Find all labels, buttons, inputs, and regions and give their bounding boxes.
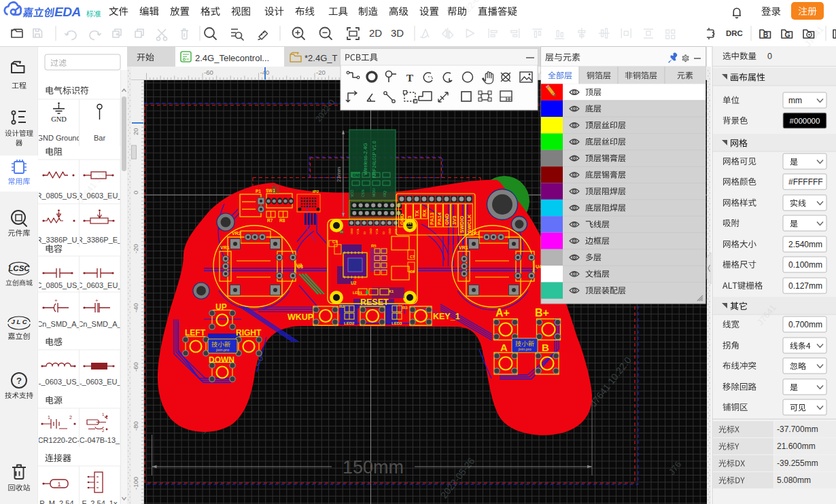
svg-text:C7: C7 [410, 255, 415, 259]
svg-text:KEY_1: KEY_1 [433, 312, 460, 321]
svg-text:CSN: CSN [361, 190, 365, 197]
svg-text:GND: GND [369, 228, 372, 234]
svg-text:B: B [542, 342, 549, 353]
svg-text:Bar: Bar [94, 134, 105, 142]
svg-text:GND: GND [399, 213, 405, 225]
svg-text:SW1: SW1 [266, 188, 275, 193]
svg-text:WKUP: WKUP [288, 312, 313, 322]
svg-text:-40: -40 [132, 303, 139, 312]
svg-text:A: A [500, 342, 508, 353]
svg-text:P1: P1 [256, 189, 261, 194]
svg-text:GND: GND [51, 115, 67, 123]
svg-text:-37.700mm: -37.700mm [777, 425, 818, 434]
svg-text:?: ? [16, 376, 22, 386]
svg-text:C_0805_US_: C_0805_US_ [36, 281, 82, 289]
svg-text:LCSC: LCSC [8, 264, 30, 272]
svg-text:3D: 3D [391, 27, 404, 39]
svg-text:0: 0 [132, 191, 139, 194]
svg-text:F_2.54_1x: F_2.54_1x [82, 499, 118, 504]
svg-text:-60: -60 [204, 69, 213, 76]
svg-text:K1: K1 [389, 289, 394, 293]
svg-text:Cn_SMD_A_: Cn_SMD_A_ [37, 320, 81, 328]
svg-text:U3: U3 [296, 263, 302, 268]
svg-text:0.700mm: 0.700mm [788, 320, 822, 329]
svg-text:IO: IO [363, 232, 366, 234]
svg-text:+: + [54, 298, 58, 304]
svg-text:LED3: LED3 [391, 321, 402, 325]
svg-text:EDA: EDA [54, 5, 81, 19]
svg-text:+: + [95, 298, 99, 304]
svg-text:R3: R3 [402, 306, 408, 310]
svg-text:VR2: VR2 [232, 231, 241, 236]
svg-text:VR1: VR1 [220, 245, 230, 250]
svg-text:mm: mm [788, 96, 802, 105]
svg-text:SWCLK: SWCLK [466, 214, 472, 233]
svg-text:20: 20 [132, 128, 139, 135]
svg-text:R_3386P_U_: R_3386P_U_ [36, 236, 82, 244]
svg-text:1: 1 [57, 481, 60, 488]
svg-text:J L C: J L C [11, 318, 27, 325]
svg-text:#FFFFFF: #FFFFFF [788, 177, 823, 187]
svg-text:U2: U2 [351, 281, 357, 285]
svg-text:-20: -20 [316, 69, 326, 76]
svg-text:IO: IO [382, 232, 385, 234]
svg-text:-80: -80 [132, 421, 139, 431]
svg-text:GND Ground: GND Ground [37, 134, 80, 142]
svg-text:UP: UP [215, 302, 227, 312]
svg-text:C_0603_EU_: C_0603_EU_ [77, 281, 122, 289]
svg-text:VCA: VCA [356, 228, 360, 234]
svg-text:0: 0 [767, 52, 772, 61]
svg-text:jixin.pro: jixin.pro [215, 348, 229, 352]
svg-text:21.600mm: 21.600mm [777, 442, 816, 451]
svg-text:VCA: VCA [375, 228, 379, 234]
svg-text:GND: GND [444, 213, 450, 225]
svg-text:SWDIO: SWDIO [459, 215, 465, 233]
svg-text:C-047B-13_: C-047B-13_ [80, 436, 120, 444]
svg-text:P_M_2.54_: P_M_2.54_ [39, 499, 78, 504]
svg-text:RX: RX [421, 210, 428, 217]
svg-text:150mm: 150mm [343, 457, 404, 478]
svg-text:GND: GND [388, 228, 391, 234]
svg-text:IRQ: IRQ [383, 191, 387, 197]
svg-text:LED2: LED2 [344, 321, 355, 325]
svg-text:0.127mm: 0.127mm [788, 281, 822, 291]
svg-text:2D: 2D [369, 27, 382, 39]
svg-text:#000000: #000000 [790, 117, 820, 125]
svg-text:Wireless-2.4G: Wireless-2.4G [362, 143, 368, 175]
svg-text:-39.255mm: -39.255mm [777, 458, 818, 468]
svg-text:T: T [406, 72, 414, 84]
svg-text:VDD: VDD [350, 190, 354, 197]
svg-text:L_0603_US_: L_0603_US_ [37, 378, 81, 386]
svg-text:0.100mm: 0.100mm [788, 260, 822, 270]
svg-text:IP2: IP2 [313, 190, 319, 194]
svg-text:DOWN: DOWN [209, 355, 234, 365]
svg-text:R7: R7 [267, 218, 273, 223]
svg-text:-100: -100 [132, 477, 139, 490]
svg-text:B: B [763, 31, 769, 39]
svg-text:5.080mm: 5.080mm [777, 475, 811, 485]
svg-text:RIGHT: RIGHT [236, 328, 262, 338]
svg-text:LED1: LED1 [353, 291, 362, 295]
svg-text:GND: GND [353, 173, 361, 177]
svg-text:2: 2 [69, 415, 72, 420]
svg-text:PA13: PA13 [429, 213, 435, 225]
svg-text:jixin.pro: jixin.pro [518, 347, 532, 351]
svg-text:R5: R5 [371, 244, 377, 248]
svg-text:LEFT: LEFT [185, 328, 206, 338]
svg-text:Cn_SMD_A_: Cn_SMD_A_ [77, 320, 122, 328]
svg-text:G: G [784, 31, 790, 39]
svg-text:B+: B+ [535, 307, 549, 319]
svg-text:2.4G_Telecontrol...: 2.4G_Telecontrol... [195, 53, 269, 63]
svg-text:C8: C8 [410, 270, 415, 274]
svg-text:CR1220-2C-: CR1220-2C- [38, 436, 80, 444]
svg-text:-60: -60 [132, 362, 139, 372]
svg-text:A+: A+ [495, 307, 510, 319]
svg-text:-20: -20 [132, 244, 139, 253]
svg-text:DRC: DRC [726, 29, 743, 37]
svg-text:*2.4G_T: *2.4G_T [304, 53, 337, 63]
svg-text:TX: TX [414, 210, 420, 217]
svg-text:PA14: PA14 [436, 212, 442, 225]
svg-text:23mm: 23mm [336, 166, 342, 182]
svg-text:3V3: 3V3 [406, 216, 413, 225]
svg-text:3V3: 3V3 [451, 216, 457, 225]
